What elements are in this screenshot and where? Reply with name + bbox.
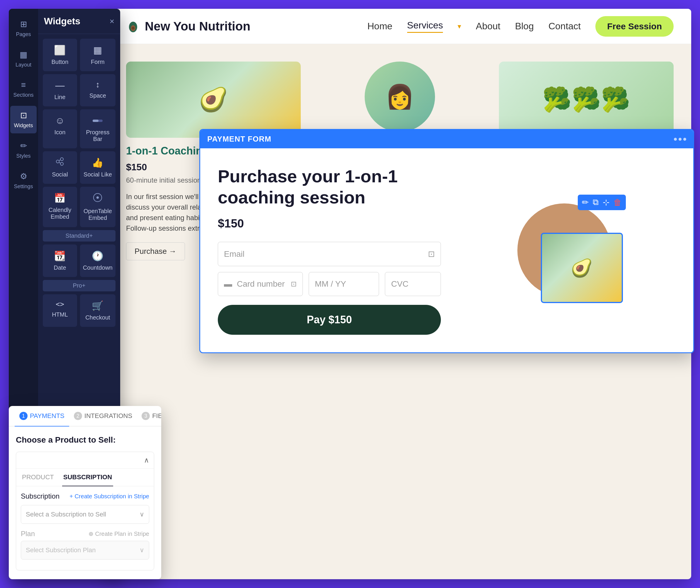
create-subscription-link[interactable]: + Create Subscription in Stripe: [69, 493, 149, 500]
duplicate-icon[interactable]: ⧉: [593, 198, 599, 207]
payment-form-body: Purchase your 1-on-1 coaching session $1…: [200, 148, 693, 352]
nav-blog[interactable]: Blog: [515, 21, 534, 32]
card-placeholder: Card number: [237, 279, 285, 289]
tab-label-fields: FIELDS: [152, 412, 161, 420]
widget-progress-bar[interactable]: Progress Bar: [80, 109, 115, 148]
product-tab-subscription[interactable]: SUBSCRIPTION: [62, 469, 113, 486]
widgets-title: Widgets: [44, 16, 80, 27]
pay-button[interactable]: Pay $150: [218, 305, 441, 335]
widget-html[interactable]: <> HTML: [43, 294, 77, 327]
payment-form-dots: [674, 138, 686, 141]
payment-form-title: Purchase your 1-on-1 coaching session: [218, 166, 441, 208]
progress-bar-label: Progress Bar: [83, 129, 113, 142]
email-input[interactable]: Email ⊡: [218, 242, 441, 266]
pages-icon: ⊞: [20, 19, 27, 29]
sidebar-item-pages[interactable]: ⊞ Pages: [10, 15, 37, 42]
sidebar-item-styles[interactable]: ✏ Styles: [10, 136, 37, 164]
social-icon: [55, 157, 64, 168]
form-icon: ▦: [93, 45, 102, 56]
payment-form-header: PAYMENT FORM: [200, 130, 693, 148]
widgets-icon: ⊡: [20, 111, 27, 120]
nav-services[interactable]: Services: [407, 20, 443, 33]
product-tab-product[interactable]: PRODUCT: [21, 469, 55, 486]
widget-date[interactable]: 📆 Date: [43, 244, 77, 277]
card-number-input[interactable]: ▬ Card number ⊡: [218, 272, 303, 296]
nav-links: Home Services ▾ About Blog Contact Free …: [367, 16, 674, 37]
widget-space[interactable]: ↕ Space: [80, 74, 115, 106]
delete-icon[interactable]: 🗑: [614, 198, 622, 207]
icon-label: Icon: [55, 129, 66, 136]
widgets-label: Widgets: [14, 123, 33, 129]
create-plan-link[interactable]: ⊕ Create Plan in Stripe: [89, 530, 149, 537]
product-tabs: PRODUCT SUBSCRIPTION: [16, 469, 154, 486]
card-brand-icon: ⊡: [291, 280, 297, 288]
social-label: Social: [52, 171, 68, 178]
purchase-button-1[interactable]: Purchase →: [126, 242, 185, 260]
widget-icon[interactable]: ☺ Icon: [43, 109, 77, 148]
email-placeholder: Email: [224, 249, 244, 259]
subscription-form: Subscription + Create Subscription in St…: [16, 486, 154, 570]
sidebar-item-sections[interactable]: ≡ Sections: [10, 76, 37, 103]
widget-social[interactable]: Social: [43, 151, 77, 184]
widget-calendly[interactable]: 📅 Calendly Embed: [43, 187, 77, 227]
pages-label: Pages: [16, 31, 31, 38]
logo-text: New You Nutrition: [145, 19, 250, 33]
payments-tab-payments[interactable]: 1 PAYMENTS: [15, 406, 69, 426]
progress-bar-icon: [93, 115, 103, 126]
line-label: Line: [55, 94, 66, 101]
image-action-bar: ✏ ⧉ ⊹ 🗑: [578, 195, 626, 210]
widgets-close-button[interactable]: ×: [110, 17, 114, 26]
checkout-label: Checkout: [85, 314, 110, 321]
avocado-image: 🥑: [126, 62, 301, 138]
payments-tab-fields[interactable]: 3 FIELDS: [137, 406, 161, 426]
free-session-button[interactable]: Free Session: [595, 16, 674, 37]
subscription-label: Subscription: [21, 492, 60, 500]
settings-icon: ⚙: [20, 171, 27, 181]
select-plan-placeholder: Select Subscription Plan: [26, 546, 96, 554]
svg-point-2: [132, 27, 135, 30]
email-icon: ⊡: [428, 249, 435, 259]
nav-about[interactable]: About: [476, 21, 500, 32]
broccoli-image: 🥦🥦🥦: [499, 62, 674, 138]
sidebar-item-widgets[interactable]: ⊡ Widgets: [10, 106, 37, 133]
button-label: Button: [51, 59, 68, 65]
icon-widget-icon: ☺: [55, 115, 65, 126]
move-icon[interactable]: ⊹: [603, 198, 609, 207]
select-plan-dropdown[interactable]: Select Subscription Plan ∨: [21, 541, 149, 560]
payments-tab-integrations[interactable]: 2 INTEGRATIONS: [69, 406, 137, 426]
plan-label-row: Plan ⊕ Create Plan in Stripe: [21, 530, 149, 538]
subscription-row: Subscription + Create Subscription in St…: [21, 492, 149, 500]
cvc-placeholder: CVC: [391, 279, 408, 289]
widget-social-like[interactable]: 👍 Social Like: [80, 151, 115, 184]
sections-icon: ≡: [21, 80, 26, 90]
cvc-input[interactable]: CVC: [385, 272, 441, 296]
layout-label: Layout: [16, 62, 31, 68]
sidebar-item-settings[interactable]: ⚙ Settings: [10, 167, 37, 194]
select-subscription-dropdown[interactable]: Select a Subscription to Sell ∨: [21, 505, 149, 524]
service-img-woman: 👩: [365, 62, 435, 132]
sections-label: Sections: [13, 92, 33, 98]
widget-checkout[interactable]: 🛒 Checkout: [80, 294, 115, 327]
svg-point-11: [96, 196, 99, 199]
widget-line[interactable]: — Line: [43, 74, 77, 106]
svg-rect-4: [93, 120, 98, 122]
nav-home[interactable]: Home: [367, 21, 392, 32]
checkout-icon: 🛒: [92, 300, 103, 311]
dot-2: [679, 138, 682, 141]
widget-opentable[interactable]: OpenTable Embed: [80, 187, 115, 227]
countdown-icon: 🕐: [92, 250, 103, 261]
social-like-icon: 👍: [92, 157, 103, 168]
calendly-label: Calendly Embed: [46, 207, 74, 220]
expiry-input[interactable]: MM / YY: [309, 272, 379, 296]
edit-icon[interactable]: ✏: [582, 198, 589, 207]
sidebar-item-layout[interactable]: ▦ Layout: [10, 45, 37, 73]
widget-button[interactable]: ⬜ Button: [43, 39, 77, 71]
styles-label: Styles: [16, 153, 30, 159]
widget-form[interactable]: ▦ Form: [80, 39, 115, 71]
product-selector: ∧ PRODUCT SUBSCRIPTION Subscription + Cr…: [16, 452, 154, 570]
nav-contact[interactable]: Contact: [548, 21, 581, 32]
widget-countdown[interactable]: 🕐 Countdown: [80, 244, 115, 277]
payment-form-left: Purchase your 1-on-1 coaching session $1…: [218, 166, 441, 335]
chevron-up-icon[interactable]: ∧: [144, 456, 149, 464]
select-subscription-placeholder: Select a Subscription to Sell: [26, 511, 106, 518]
